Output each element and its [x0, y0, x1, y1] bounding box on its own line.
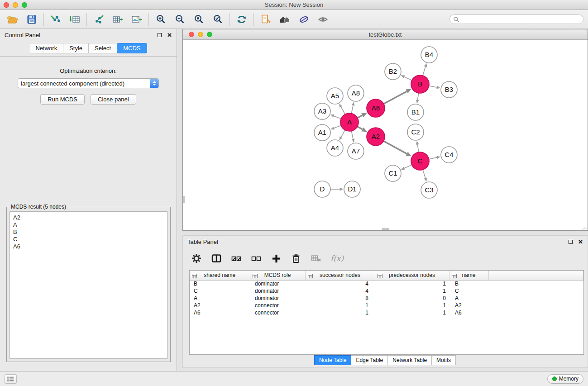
- graph-node-label: C2: [411, 128, 420, 136]
- result-item[interactable]: A: [13, 221, 164, 229]
- graph-edge[interactable]: [384, 141, 407, 154]
- vertical-scroll-indicator[interactable]: [183, 196, 185, 203]
- task-history-button[interactable]: [5, 374, 17, 384]
- deselect-all-columns-button[interactable]: [251, 253, 262, 264]
- table-cell: dominator: [250, 295, 305, 302]
- graph-edge[interactable]: [417, 93, 418, 100]
- column-header[interactable]: predecessor nodes: [375, 271, 449, 280]
- graph-edge[interactable]: [417, 144, 419, 152]
- mcds-result-list[interactable]: A2ABCA6: [10, 211, 167, 359]
- create-column-button[interactable]: [271, 253, 282, 264]
- graph-edge[interactable]: [351, 105, 353, 114]
- graph-edge[interactable]: [429, 86, 437, 87]
- result-item[interactable]: B: [13, 229, 164, 236]
- graph-edge[interactable]: [334, 116, 341, 119]
- result-item[interactable]: C: [13, 236, 164, 243]
- float-table-panel-icon[interactable]: [569, 240, 573, 244]
- memory-button[interactable]: Memory: [547, 374, 583, 384]
- zoom-in-button[interactable]: [153, 12, 168, 27]
- graph-edge-arrow: [424, 178, 427, 182]
- zoom-out-button[interactable]: [172, 12, 187, 27]
- combo-stepper-icon[interactable]: [150, 79, 158, 88]
- graph-edge[interactable]: [341, 130, 345, 137]
- table-cell: C: [190, 287, 250, 295]
- table-row[interactable]: Adominator80A: [190, 295, 583, 302]
- search-field[interactable]: [449, 14, 583, 24]
- fx-icon: f(x): [330, 254, 344, 263]
- import-network-button[interactable]: [48, 12, 63, 27]
- cybrowser-home-button[interactable]: [277, 12, 292, 27]
- zoom-selected-button[interactable]: [210, 12, 225, 27]
- column-header[interactable]: name: [449, 271, 488, 280]
- unchecked-boxes-icon: [251, 255, 261, 262]
- export-network-button[interactable]: [91, 12, 106, 27]
- function-builder-button[interactable]: f(x): [330, 253, 344, 264]
- graph-edge-arrow: [416, 100, 419, 103]
- column-header[interactable]: shared name: [190, 271, 250, 280]
- tab-mcds[interactable]: MCDS: [117, 43, 147, 53]
- open-session-button[interactable]: [5, 12, 20, 27]
- table-cell: 1: [305, 302, 375, 309]
- tab-node-table[interactable]: Node Table: [314, 355, 352, 365]
- control-panel-tabs: NetworkStyleSelectMCDS: [0, 41, 177, 57]
- graph-edge[interactable]: [384, 91, 407, 104]
- graph-edge[interactable]: [351, 131, 353, 139]
- float-panel-icon[interactable]: [158, 33, 162, 37]
- table-cell-filler: [488, 295, 583, 302]
- close-panel-button[interactable]: Close panel: [91, 94, 136, 105]
- tab-network-table[interactable]: Network Table: [387, 355, 432, 365]
- tab-motifs[interactable]: Motifs: [431, 355, 456, 365]
- save-session-button[interactable]: [24, 12, 39, 27]
- delete-table-button[interactable]: [311, 253, 321, 264]
- table-row[interactable]: A6connector11A6: [190, 309, 583, 316]
- result-item[interactable]: A2: [13, 214, 164, 221]
- select-all-columns-button[interactable]: [231, 253, 242, 264]
- table-cell: 0: [375, 295, 449, 302]
- network-window-titlebar: testGlobe.txt: [183, 29, 588, 40]
- horizontal-scroll-indicator[interactable]: [382, 228, 389, 230]
- graph-edge[interactable]: [404, 165, 412, 168]
- table-cell: B: [190, 280, 250, 287]
- zoom-fit-button[interactable]: [191, 12, 206, 27]
- graph-edge[interactable]: [423, 170, 425, 178]
- column-header[interactable]: successor nodes: [305, 271, 375, 280]
- export-image-button[interactable]: [129, 12, 144, 27]
- export-table-button[interactable]: [110, 12, 125, 27]
- table-cell-filler: [488, 309, 583, 316]
- show-hide-button[interactable]: [316, 12, 330, 27]
- graph-edge[interactable]: [358, 127, 363, 129]
- tab-select[interactable]: Select: [88, 43, 117, 53]
- columns-icon: [211, 254, 221, 263]
- table-settings-button[interactable]: [191, 253, 202, 264]
- tab-edge-table[interactable]: Edge Table: [351, 355, 388, 365]
- graph-edge[interactable]: [429, 157, 437, 159]
- table-row[interactable]: Bdominator41B: [190, 280, 583, 287]
- toolbar-separator: [229, 13, 230, 26]
- column-header[interactable]: MCDS role: [250, 271, 305, 280]
- import-table-button[interactable]: [67, 12, 82, 27]
- resize-grip[interactable]: [581, 224, 587, 230]
- graphics-details-button[interactable]: [296, 12, 311, 27]
- refresh-view-button[interactable]: [234, 12, 249, 27]
- graph-edge[interactable]: [341, 107, 345, 114]
- close-panel-icon[interactable]: ✕: [167, 32, 172, 38]
- graph-edge[interactable]: [423, 67, 425, 76]
- close-table-panel-icon[interactable]: ✕: [578, 239, 583, 245]
- graph-edge[interactable]: [334, 125, 341, 128]
- result-item[interactable]: A6: [13, 243, 164, 250]
- show-columns-button[interactable]: [211, 253, 222, 264]
- delete-column-button[interactable]: [291, 253, 301, 264]
- table-cell: 1: [305, 309, 375, 316]
- graph-node-label: A: [347, 118, 352, 126]
- export-web-page-button[interactable]: [258, 12, 273, 27]
- table-row[interactable]: A2connector11A2: [190, 302, 583, 309]
- graph-edge[interactable]: [358, 115, 363, 118]
- search-input[interactable]: [459, 16, 583, 23]
- optimization-criterion-select[interactable]: largest connected component (directed): [18, 78, 159, 88]
- run-mcds-button[interactable]: Run MCDS: [40, 94, 85, 105]
- graph-edge[interactable]: [404, 77, 412, 81]
- tab-network[interactable]: Network: [29, 43, 63, 53]
- network-canvas[interactable]: B4B2BB3A8A5A6A3B1AA1C2A2A4A7C4CC1C3DD1: [183, 40, 588, 230]
- tab-style[interactable]: Style: [63, 43, 89, 53]
- table-row[interactable]: Cdominator41C: [190, 287, 583, 295]
